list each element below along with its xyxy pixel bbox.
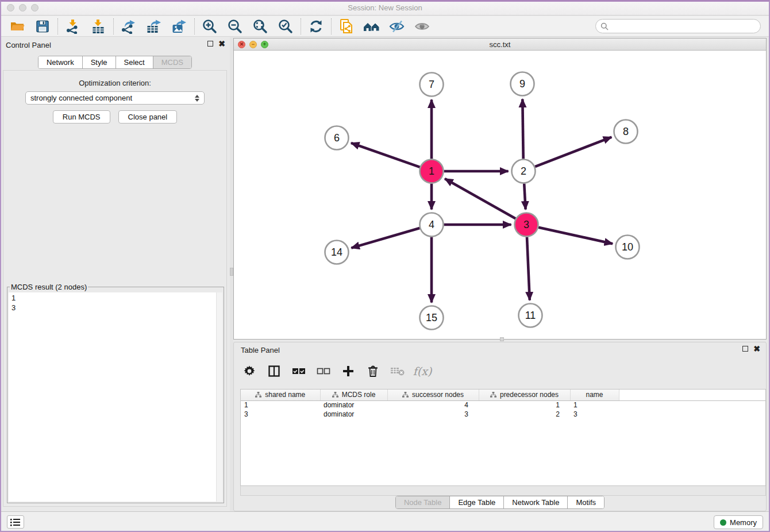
column-header-name[interactable]: name (570, 390, 619, 400)
import-network-icon (66, 19, 80, 34)
table-horizontal-scrollbar[interactable] (240, 486, 766, 496)
search-box[interactable] (595, 19, 761, 33)
hide-selected-button[interactable] (384, 17, 410, 36)
zoom-out-icon (227, 18, 243, 34)
table-cell[interactable]: dominator (320, 400, 387, 410)
select-all-rows-button[interactable] (291, 364, 306, 379)
edge-2-8[interactable] (535, 137, 611, 167)
column-header-shared-name[interactable]: shared name (241, 390, 320, 400)
float-table-panel-icon[interactable] (742, 346, 748, 352)
tab-mcds[interactable]: MCDS (153, 56, 191, 68)
zoom-in-icon (202, 18, 218, 34)
refresh-view-button[interactable] (303, 17, 329, 36)
open-session-button[interactable] (5, 17, 30, 36)
row-filler (619, 410, 765, 419)
edge-4-14[interactable] (351, 228, 419, 248)
tab-edge-table[interactable]: Edge Table (450, 496, 504, 508)
toolbar-separator (194, 18, 195, 34)
table-toolbar: f(x) (242, 360, 430, 383)
zoom-selected-button[interactable] (273, 17, 298, 36)
table-cell[interactable]: 3 (241, 410, 320, 419)
tab-select[interactable]: Select (116, 56, 153, 68)
close-panel-button[interactable]: Close panel (118, 110, 178, 124)
node-table-grid: shared name MCDS role successor nodes pr… (241, 390, 765, 419)
float-panel-icon[interactable] (207, 41, 213, 47)
table-cell[interactable]: 1 (241, 400, 320, 410)
select-arrows-icon (195, 95, 199, 102)
graph-node-label: 14 (331, 246, 342, 258)
table-cell[interactable]: 3 (387, 410, 479, 419)
edge-1-6[interactable] (351, 143, 420, 167)
mcds-result-box[interactable]: 1 3 (9, 292, 222, 502)
network-window-titlebar[interactable]: ✕ − + scc.txt (234, 38, 766, 51)
search-input[interactable] (611, 21, 760, 31)
graph-node-label: 7 (429, 79, 434, 90)
edge-3-10[interactable] (538, 228, 613, 244)
delete-columns-button[interactable] (365, 364, 380, 379)
close-panel-icon[interactable]: ✖ (218, 40, 225, 47)
tab-style[interactable]: Style (83, 56, 116, 68)
control-panel: Control Panel ✖ Network Style Select MCD… (0, 37, 230, 511)
network-from-file-button[interactable] (334, 17, 359, 36)
apply-function-button[interactable]: f(x) (415, 364, 430, 379)
tab-node-table[interactable]: Node Table (396, 496, 451, 508)
column-header-predecessor-nodes[interactable]: predecessor nodes (479, 390, 570, 400)
column-tree-icon (490, 392, 496, 398)
tab-network-table[interactable]: Network Table (504, 496, 568, 508)
graph-node-label: 6 (334, 132, 340, 144)
export-table-button[interactable] (141, 17, 167, 36)
add-column-button[interactable] (341, 364, 356, 379)
table-cell[interactable]: 2 (479, 410, 570, 419)
show-all-button[interactable] (410, 17, 435, 36)
deselect-all-rows-button[interactable] (316, 364, 331, 379)
table-header-row: shared name MCDS role successor nodes pr… (241, 390, 765, 400)
table-cell[interactable]: 4 (387, 400, 479, 410)
import-network-button[interactable] (60, 17, 86, 36)
graph-node-label: 15 (426, 312, 437, 323)
mcds-result-text: 1 3 (9, 292, 222, 313)
run-mcds-button[interactable]: Run MCDS (53, 110, 110, 124)
save-session-button[interactable] (30, 17, 55, 36)
tab-motifs[interactable]: Motifs (568, 496, 604, 508)
table-cell[interactable]: 1 (479, 400, 570, 410)
zoom-fit-button[interactable] (248, 17, 273, 36)
edge-3-11[interactable] (527, 237, 530, 300)
table-cell[interactable]: 3 (570, 410, 619, 419)
close-table-panel-icon[interactable]: ✖ (753, 345, 760, 352)
table-row[interactable]: 3dominator323 (241, 410, 765, 419)
table-options-button[interactable] (242, 364, 257, 379)
table-cell[interactable]: dominator (320, 410, 387, 419)
column-tree-icon (255, 392, 261, 398)
edge-3-1[interactable] (445, 179, 515, 218)
show-columns-button[interactable] (267, 364, 282, 379)
window-titlebar: Session: New Session (0, 0, 770, 16)
column-header-successor-nodes[interactable]: successor nodes (387, 390, 479, 400)
edge-2-3[interactable] (524, 184, 525, 210)
export-network-button[interactable] (116, 17, 141, 36)
memory-status-icon (720, 519, 726, 526)
export-network-icon (121, 19, 137, 34)
control-panel-header: Control Panel ✖ (0, 37, 230, 53)
edge-2-9[interactable] (522, 99, 523, 159)
import-table-icon (91, 19, 106, 34)
zoom-out-button[interactable] (222, 17, 248, 36)
result-scrollbar[interactable] (216, 292, 222, 502)
network-canvas[interactable]: 7968124314101511 (234, 51, 766, 339)
table-cell[interactable]: 1 (570, 400, 619, 410)
export-image-button[interactable] (167, 17, 192, 36)
criterion-select[interactable]: strongly connected component (25, 91, 205, 105)
delete-table-button[interactable] (390, 364, 405, 379)
zoom-in-button[interactable] (197, 17, 222, 36)
first-neighbors-button[interactable] (359, 17, 384, 36)
column-header-mcds-role[interactable]: MCDS role (320, 390, 387, 400)
eye-slash-icon (388, 19, 406, 34)
table-row[interactable]: 1dominator411 (241, 400, 765, 410)
tab-network[interactable]: Network (38, 56, 83, 68)
import-table-button[interactable] (86, 17, 111, 36)
memory-button[interactable]: Memory (714, 515, 763, 529)
task-history-button[interactable] (7, 515, 24, 529)
network-file-icon (339, 18, 354, 34)
open-folder-icon (10, 19, 25, 34)
criterion-select-value: strongly connected component (30, 94, 132, 102)
network-resize-grip[interactable] (500, 337, 504, 341)
